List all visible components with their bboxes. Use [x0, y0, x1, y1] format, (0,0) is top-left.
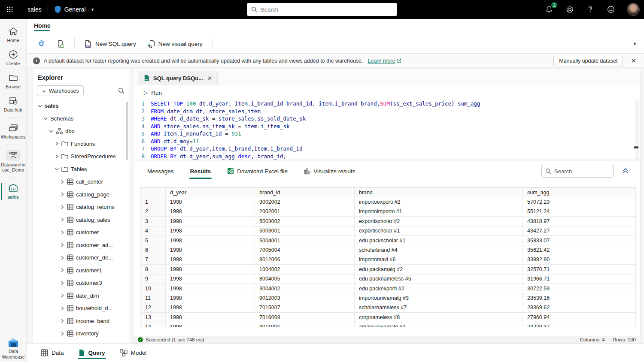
- chevron-right-icon[interactable]: [60, 205, 64, 209]
- tree-item-household-d-[interactable]: household_d...: [33, 302, 129, 315]
- editor-scrollbar[interactable]: [635, 100, 639, 160]
- row-number-cell[interactable]: 7: [141, 255, 166, 264]
- data-cell[interactable]: 31966.71: [523, 274, 636, 284]
- tree-item-catalog-page[interactable]: catalog_page: [33, 188, 129, 201]
- row-number-cell[interactable]: 5: [141, 235, 166, 245]
- feedback-smiley-icon[interactable]: [606, 5, 616, 14]
- bottom-tab-query[interactable]: Query: [78, 345, 106, 361]
- chevron-down-icon[interactable]: [43, 117, 48, 120]
- data-cell[interactable]: 9012003: [255, 293, 355, 303]
- row-number-cell[interactable]: 3: [141, 217, 166, 226]
- bottom-tab-data[interactable]: Data: [40, 345, 65, 361]
- global-search[interactable]: [247, 3, 397, 16]
- table-row[interactable]: 1019983004002edu packexporti #230722.59: [141, 284, 636, 293]
- data-cell[interactable]: 28369.62: [523, 303, 636, 312]
- column-header-rownum[interactable]: [141, 188, 166, 197]
- table-row[interactable]: 1319987016008corpnameless #827960.94: [141, 313, 636, 322]
- data-cell[interactable]: 1998: [166, 284, 255, 293]
- chevron-right-icon[interactable]: [60, 256, 64, 260]
- sql-code-editor[interactable]: 1SELECT TOP 100 dt.d_year, item.i_brand_…: [134, 100, 640, 160]
- tree-item-customer-ad-[interactable]: customer_ad...: [33, 239, 129, 252]
- help-icon[interactable]: ?: [586, 5, 595, 14]
- data-cell[interactable]: edu packscholar #1: [355, 235, 523, 245]
- chevron-right-icon[interactable]: [55, 142, 59, 146]
- table-row[interactable]: 819981004002edu packamalg #232570.71: [141, 265, 636, 274]
- data-cell[interactable]: exportischolar #1: [355, 226, 523, 235]
- rail-item-home[interactable]: Home: [0, 23, 27, 46]
- chevron-right-icon[interactable]: [60, 268, 64, 272]
- data-cell[interactable]: 30722.59: [523, 284, 636, 293]
- row-number-cell[interactable]: 11: [141, 293, 166, 303]
- row-number-cell[interactable]: 10: [141, 284, 166, 293]
- table-row[interactable]: 319985003002exportischolar #243818.97: [141, 217, 636, 226]
- tab-messages[interactable]: Messages: [146, 166, 175, 177]
- data-cell[interactable]: 5003002: [255, 217, 355, 226]
- data-cell[interactable]: 43818.97: [523, 217, 636, 226]
- table-row[interactable]: 919988004005edu packnameless #531966.71: [141, 274, 636, 284]
- ribbon-tab-home[interactable]: Home: [34, 22, 51, 31]
- chevron-right-icon[interactable]: [60, 306, 64, 311]
- tree-item-customer3[interactable]: customer3: [33, 277, 129, 290]
- data-cell[interactable]: 1998: [166, 303, 255, 312]
- tree-item-storedprocedures[interactable]: StoredProcedures: [33, 150, 129, 163]
- tree-item-schemas[interactable]: Schemas: [33, 112, 129, 125]
- warehouse-settings-button[interactable]: [33, 37, 50, 51]
- data-cell[interactable]: 1998: [166, 226, 255, 235]
- data-cell[interactable]: 43427.27: [523, 226, 636, 235]
- data-cell[interactable]: edu packamalg #2: [355, 265, 523, 274]
- settings-gear-icon[interactable]: [565, 5, 574, 14]
- results-search[interactable]: [541, 165, 614, 178]
- table-row[interactable]: 719988012006importomaxi #633982.90: [141, 255, 636, 264]
- manually-update-dataset-button[interactable]: Manually update dataset: [553, 56, 623, 66]
- data-cell[interactable]: scholarbrand #4: [355, 245, 523, 255]
- rail-item-create[interactable]: Create: [0, 46, 27, 69]
- column-header-brand_id[interactable]: brand_id: [255, 188, 355, 197]
- data-cell[interactable]: exportischolar #2: [355, 217, 523, 226]
- data-cell[interactable]: 7015007: [255, 303, 355, 312]
- data-cell[interactable]: 5003001: [255, 226, 355, 235]
- data-cell[interactable]: 1998: [166, 207, 255, 216]
- results-search-input[interactable]: [554, 168, 610, 175]
- code-line-7[interactable]: 7GROUP BY dt.d_year,item.i_brand,item.i_…: [134, 145, 640, 153]
- tree-item-sales[interactable]: sales: [33, 100, 129, 112]
- data-cell[interactable]: 35833.07: [523, 235, 636, 245]
- data-cell[interactable]: 3004002: [255, 284, 355, 293]
- data-cell[interactable]: 1004002: [255, 265, 355, 274]
- data-cell[interactable]: 1998: [166, 197, 255, 207]
- table-row[interactable]: 119983002002importoexporti #257072.23: [141, 197, 636, 207]
- global-search-input[interactable]: [261, 6, 393, 13]
- data-cell[interactable]: edu packexporti #2: [355, 284, 523, 293]
- code-line-2[interactable]: 2FROM date_dim dt, store_sales,item: [134, 108, 640, 115]
- chevron-right-icon[interactable]: [60, 293, 64, 298]
- data-cell[interactable]: 1998: [166, 235, 255, 245]
- chevron-down-icon[interactable]: [38, 104, 42, 108]
- code-line-3[interactable]: 3WHERE dt.d_date_sk = store_sales.ss_sol…: [134, 115, 640, 123]
- table-row[interactable]: 619987005004scholarbrand #435621.42: [141, 245, 636, 255]
- data-cell[interactable]: 55121.24: [523, 207, 636, 216]
- close-tab-icon[interactable]: ✕: [207, 75, 212, 81]
- data-cell[interactable]: 2002001: [255, 207, 355, 216]
- chevron-down-icon[interactable]: [49, 130, 53, 133]
- code-line-5[interactable]: 5AND item.i_manufact_id = 931: [134, 130, 640, 138]
- visualize-results-button[interactable]: Visualize results: [303, 166, 356, 177]
- column-header-d_year[interactable]: d_year: [166, 188, 255, 197]
- data-cell[interactable]: 57072.23: [523, 197, 636, 207]
- tree-item-income-band[interactable]: income_band: [33, 315, 129, 328]
- data-cell[interactable]: 1998: [166, 293, 255, 303]
- data-cell[interactable]: 1998: [166, 217, 255, 226]
- user-avatar[interactable]: [627, 3, 640, 16]
- row-number-cell[interactable]: 9: [141, 274, 166, 284]
- app-launcher-icon[interactable]: [0, 0, 20, 19]
- workspace-switcher[interactable]: General ▼: [54, 6, 95, 13]
- bottom-tab-model[interactable]: Model: [119, 345, 148, 361]
- row-number-cell[interactable]: 1: [141, 197, 166, 207]
- data-cell[interactable]: 1998: [166, 274, 255, 284]
- data-cell[interactable]: scholarnameless #7: [355, 303, 523, 312]
- rail-item-workspaces[interactable]: Workspaces: [0, 120, 27, 143]
- data-cell[interactable]: 3002002: [255, 197, 355, 207]
- row-number-cell[interactable]: 4: [141, 226, 166, 235]
- chevron-right-icon[interactable]: [60, 243, 64, 247]
- data-cell[interactable]: 8012006: [255, 255, 355, 264]
- tree-item-customer1[interactable]: customer1: [33, 264, 129, 277]
- download-excel-button[interactable]: X Download Excel file: [226, 165, 289, 177]
